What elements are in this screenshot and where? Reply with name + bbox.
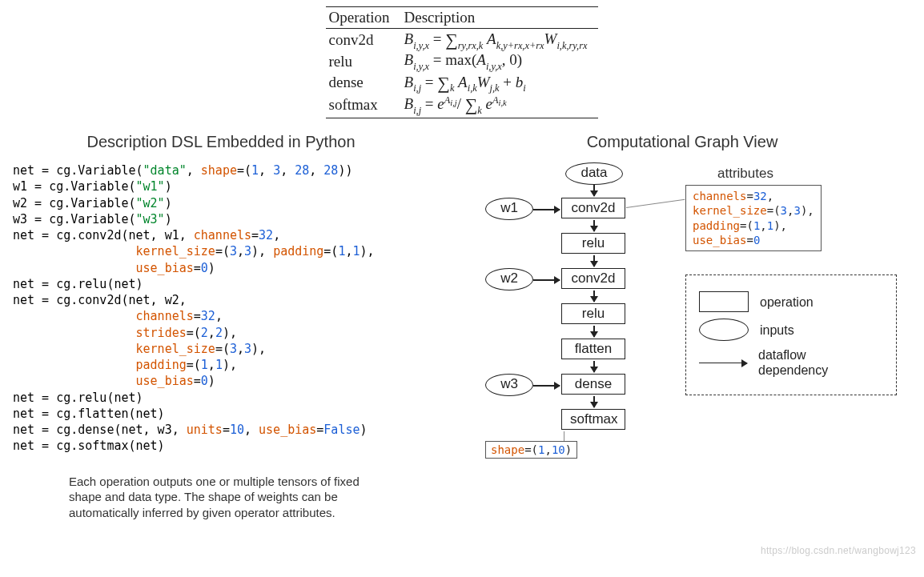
left-title: Description DSL Embedded in Python (13, 133, 429, 151)
node-relu-1: relu (561, 233, 625, 254)
op-relu: relu (326, 51, 401, 72)
legend-dataflow-label: dataflow dependency (758, 347, 828, 378)
right-title: Computational Graph View (453, 133, 911, 151)
node-w2: w2 (485, 268, 533, 291)
node-w3: w3 (485, 374, 533, 396)
node-dense: dense (561, 374, 625, 395)
arrow (593, 291, 595, 302)
node-conv2d-2: conv2d (561, 268, 625, 289)
op-dense: dense (326, 72, 401, 94)
op-softmax: softmax (326, 94, 401, 118)
arrow (533, 279, 560, 281)
operation-table: Operation Description conv2d Bi,y,x = ∑r… (13, 6, 911, 118)
arrow (593, 220, 595, 231)
table-header-desc: Description (401, 7, 599, 29)
node-relu-2: relu (561, 303, 625, 324)
legend-input-label: inputs (760, 323, 794, 338)
arrow (533, 385, 560, 387)
connector (626, 199, 685, 208)
dsl-code: net = cg.Variable("data", shape=(1, 3, 2… (13, 162, 429, 455)
shape-box: shape=(1,10) (485, 441, 577, 459)
legend-arrow-icon (699, 363, 747, 364)
graph-area: data conv2d w1 relu conv2d w2 relu flatt… (453, 162, 911, 547)
arrow (593, 185, 595, 196)
node-softmax: softmax (561, 409, 625, 430)
arrow (593, 361, 595, 372)
op-conv2d: conv2d (326, 29, 401, 51)
arrow (533, 209, 560, 210)
arrow (593, 396, 595, 407)
table-header-op: Operation (326, 7, 401, 29)
desc-conv2d: Bi,y,x = ∑ry,rx,k Ak,y+rx,x+rxWi,k,ry,rx (401, 29, 599, 51)
node-data: data (565, 162, 623, 185)
arrow (593, 255, 595, 266)
node-conv2d-1: conv2d (561, 198, 625, 218)
attributes-label: attributes (717, 166, 773, 182)
attributes-box: channels=32, kernel_size=(3,3), padding=… (685, 185, 822, 251)
watermark: https://blog.csdn.net/wangbowj123 (761, 545, 916, 556)
legend: operation inputs dataflow dependency (685, 274, 897, 395)
desc-dense: Bi,j = ∑k Ai,kWj,k + bi (401, 72, 599, 94)
legend-op-label: operation (760, 295, 814, 310)
arrow (593, 326, 595, 337)
node-w1: w1 (485, 198, 533, 220)
legend-op-icon (699, 291, 749, 312)
desc-relu: Bi,y,x = max(Ai,y,x, 0) (401, 51, 599, 72)
node-flatten: flatten (561, 339, 625, 359)
footnote: Each operation outputs one or multiple t… (69, 474, 373, 521)
legend-input-icon (699, 319, 749, 341)
desc-softmax: Bi,j = eAi,j/ ∑k eAi,k (401, 94, 599, 118)
